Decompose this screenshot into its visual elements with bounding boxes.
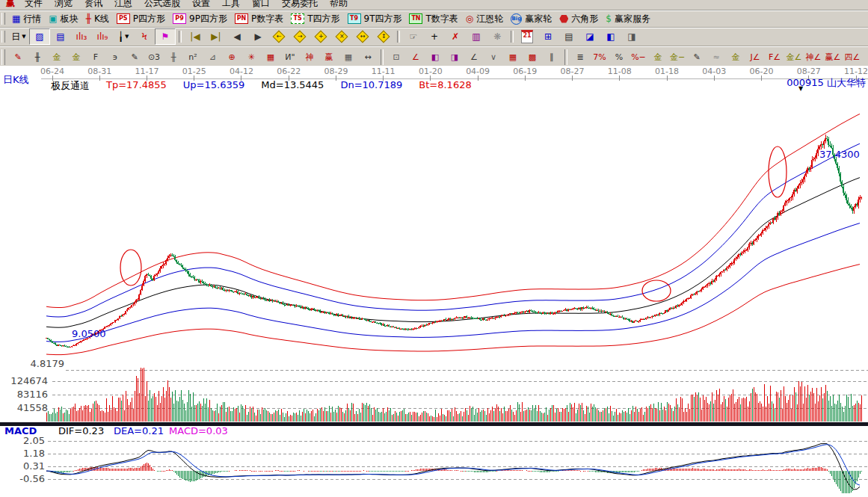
send-chart-button[interactable]: ◧ (600, 28, 621, 45)
grid-box-2-tool[interactable]: ▦ (339, 49, 358, 66)
red-grid-box-tool[interactable]: ▩ (523, 49, 542, 66)
box-select-tool[interactable]: ⊡ (387, 49, 406, 66)
first-page-button[interactable]: |◀ (185, 28, 206, 45)
gann-fan-box-tool[interactable]: ◧ (425, 49, 445, 66)
kline-button[interactable]: ╫K线 (82, 12, 113, 26)
pan-right-diamond[interactable]: → (289, 28, 310, 45)
parallel-lines-tool[interactable]: ∥ (542, 49, 561, 66)
gann-shape-tool-button[interactable]: ▥ (466, 28, 487, 45)
t9-square-button[interactable]: T99T四方形 (344, 12, 406, 26)
last-page-button[interactable]: ▶| (206, 28, 227, 45)
period-day-button[interactable]: 日▼ (8, 28, 29, 45)
level-lines-tool[interactable]: ≣ (570, 49, 590, 66)
prev-bar-button[interactable]: ◀ (227, 28, 247, 45)
sectors-button[interactable]: ▣板块 (45, 12, 81, 26)
menu-item-公式选股[interactable]: 公式选股 (138, 0, 186, 10)
plain-grid-ruler[interactable]: ╫ (164, 49, 183, 66)
circle-3-tool[interactable]: ⊙3 (144, 49, 164, 66)
menu-item-帮助[interactable]: 帮助 (324, 0, 354, 10)
gold-line-tool[interactable]: 金− (668, 49, 687, 66)
menu-item-浏览[interactable]: 浏览 (49, 0, 79, 10)
info-panel-button[interactable]: ▤ (50, 28, 71, 45)
hand-tool-button[interactable]: ☞ (403, 28, 424, 45)
crosshair-tool-button-icon: + (431, 31, 438, 42)
pan-left-diamond[interactable]: ← (268, 28, 289, 45)
percent-line-tool[interactable]: %− (629, 49, 648, 66)
gann-wheel-button[interactable]: ◎江恩轮 (462, 12, 507, 26)
menu-item-窗口[interactable]: 窗口 (246, 0, 276, 10)
menu-item-资讯[interactable]: 资讯 (79, 0, 108, 10)
p-digit-button[interactable]: PNP数字表 (231, 12, 287, 26)
t-digit-button[interactable]: TNT数字表 (405, 12, 461, 26)
f-grid-ruler[interactable]: F (86, 49, 105, 66)
service-button[interactable]: $赢家服务 (602, 12, 654, 26)
f-angle-tool[interactable]: F∠ (765, 49, 784, 66)
gann-fan-box-2-tool[interactable]: ◨ (445, 49, 464, 66)
four-angle-tool[interactable]: 四∠ (843, 49, 862, 66)
percent-7-tool[interactable]: 7% (590, 49, 609, 66)
zoom-out-diamond[interactable]: × (331, 28, 352, 45)
v-line-tool[interactable]: ∨ (484, 49, 503, 66)
zigzag-button[interactable]: Ϟ (134, 28, 155, 45)
menu-item-设置[interactable]: 设置 (186, 0, 216, 10)
toolbar-separator (381, 49, 384, 64)
ying-angle-tool[interactable]: 赢∠ (823, 49, 843, 66)
width-measure-tool[interactable]: ↔ (358, 49, 378, 66)
expand-h-diamond[interactable]: ↔ (352, 28, 373, 45)
n2-ruler[interactable]: n² (183, 49, 203, 66)
menu-logo[interactable]: 赢 (2, 0, 19, 10)
indicator-header: 极反通道 Tp=17.4855 Up=15.6359 Md=13.5445 Dn… (51, 79, 472, 93)
candle-style-dropdown[interactable]: ╽▼ (113, 28, 134, 45)
gold-circle-tool[interactable]: 金 (648, 49, 668, 66)
gold-grid-ruler-2[interactable]: 金 (67, 49, 86, 66)
p9-square-button[interactable]: P99P四方形 (169, 12, 231, 26)
calculator-button[interactable]: ⊞ (538, 28, 558, 45)
system-button[interactable]: ◨ (621, 28, 642, 45)
t-square-button[interactable]: TST四方形 (287, 12, 343, 26)
crosshair-tool-button[interactable]: + (424, 28, 445, 45)
trend-pane-toggle[interactable]: ▨ (29, 28, 50, 45)
bars-9-button[interactable]: ılı₉ (92, 28, 113, 45)
percent-tool[interactable]: % (609, 49, 629, 66)
menu-item-交易委托[interactable]: 交易委托 (276, 0, 324, 10)
shen-grid-ruler[interactable]: 神 (300, 49, 319, 66)
zoom-in-diamond[interactable]: + (310, 28, 331, 45)
flag-marker-toggle[interactable]: ⚑ (155, 28, 176, 45)
ying-grid-ruler[interactable]: 赢 (319, 49, 339, 66)
gold-grid-ruler[interactable]: 金 (47, 49, 67, 66)
quote-mark-tool[interactable]: И" (280, 49, 300, 66)
menu-item-江恩[interactable]: 江恩 (108, 0, 138, 10)
time-grid-ruler[interactable]: ╫ (28, 49, 47, 66)
winner-wheel-button[interactable]: Big赢家轮 (507, 12, 555, 26)
wave-tool[interactable]: ≈ (707, 49, 726, 66)
shen-angle-tool[interactable]: 神∠ (804, 49, 823, 66)
menu-item-工具[interactable]: 工具 (216, 0, 246, 10)
save-button[interactable]: ◪ (579, 28, 600, 45)
red-grid-tool[interactable]: ▦ (503, 49, 523, 66)
j-angle-tool[interactable]: J∠ (745, 49, 765, 66)
gann-fan-web-tool[interactable]: ✳ (241, 49, 261, 66)
calendar-button[interactable]: 21 (517, 28, 538, 45)
hexagon-button[interactable]: 六角形 (555, 12, 602, 26)
analysis-tool-button[interactable]: ❋ (487, 28, 508, 45)
expand-v-diamond[interactable]: ↕ (373, 28, 394, 45)
p-square-button-icon: PS (117, 13, 130, 24)
gold-angle-tool[interactable]: 金∠ (784, 49, 804, 66)
delete-tool-button[interactable]: ✗ (445, 28, 466, 45)
gold-line-2-tool[interactable]: 金 (726, 49, 745, 66)
bars-3-button[interactable]: ılı₃ (71, 28, 92, 45)
angle-line-tool[interactable]: ∠ (464, 49, 484, 66)
gann-grid-box-tool[interactable]: ▦ (261, 49, 280, 66)
quotes-button[interactable]: ▦行情 (8, 12, 45, 26)
p-square-button[interactable]: PSP四方形 (113, 12, 169, 26)
triangle-ruler[interactable]: ⊿ (203, 49, 222, 66)
notes-button[interactable]: ▤ (558, 28, 579, 45)
gann-fan-tool[interactable]: ∠ (406, 49, 425, 66)
menu-item-文件[interactable]: 文件 (19, 0, 49, 10)
dark-pen-tool[interactable]: ✎ (125, 49, 144, 66)
swing-grid-ruler[interactable]: ϶ (105, 49, 125, 66)
next-bar-button[interactable]: ▶ (247, 28, 268, 45)
gann-pen-tool[interactable]: ✎ (8, 49, 28, 66)
note-pen-tool[interactable]: ✎ (687, 49, 707, 66)
circle-cross-tool[interactable]: ⊕ (222, 49, 241, 66)
